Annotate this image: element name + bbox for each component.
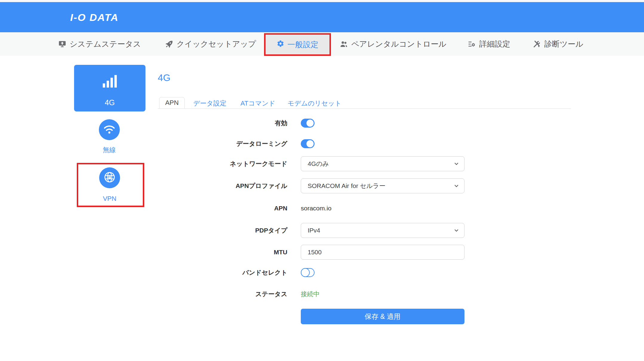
chevron-down-icon	[453, 183, 460, 190]
select-value: IPv4	[308, 227, 320, 234]
general-settings-gear-icon	[277, 40, 284, 50]
form-row-status: ステータス 接続中	[158, 290, 320, 298]
field-label: PDPタイプ	[158, 226, 287, 235]
nav-item-advanced-settings[interactable]: 詳細設定	[468, 32, 510, 56]
nav-item-label: システムステータス	[70, 39, 141, 49]
top-strip	[0, 0, 644, 2]
select-value: SORACOM Air for セルラー	[308, 182, 386, 190]
mtu-input[interactable]	[301, 245, 464, 260]
nav-item-label: 診断ツール	[544, 39, 583, 49]
sidebar-item-label: 4G	[74, 98, 145, 107]
sidebar-item-4g[interactable]: 4G	[74, 65, 145, 111]
nav-item-label: クイックセットアップ	[177, 39, 256, 49]
select-value: 4Gのみ	[308, 160, 329, 168]
pdp-type-select[interactable]: IPv4	[301, 223, 464, 238]
parental-control-users-icon	[340, 40, 348, 48]
field-label: データローミング	[158, 140, 287, 148]
form-row-apn: APN soracom.io	[158, 204, 332, 212]
toggle-knob	[306, 120, 314, 127]
advanced-settings-sliders-icon	[468, 40, 476, 48]
sidebar-item-vpn[interactable]	[99, 167, 120, 188]
toggle-knob	[301, 268, 310, 277]
apn-profile-select[interactable]: SORACOM Air for セルラー	[301, 178, 464, 193]
nav-item-label: 詳細設定	[479, 39, 510, 49]
wifi-icon	[103, 124, 115, 135]
save-apply-button[interactable]: 保存 & 適用	[301, 309, 464, 324]
quick-setup-rocket-icon	[165, 40, 173, 48]
chevron-down-icon	[453, 160, 460, 168]
tab-at-command[interactable]: ATコマンド	[240, 99, 275, 108]
nav-item-general-settings[interactable]: 一般設定	[266, 35, 329, 54]
globe-lock-icon	[104, 172, 115, 184]
nav-item-label: ペアレンタルコントロール	[351, 39, 447, 49]
toggle-knob	[306, 140, 314, 147]
chevron-down-icon	[453, 227, 460, 235]
status-value: 接続中	[301, 290, 320, 298]
nav-item-diagnostic-tools[interactable]: 診断ツール	[533, 32, 583, 56]
form-row-band-select: バンドセレクト	[158, 268, 315, 277]
form-row-mtu: MTU	[158, 245, 464, 260]
tab-data-settings[interactable]: データ設定	[193, 99, 226, 108]
tab-bar: APN データ設定 ATコマンド モデムのリセット	[158, 97, 571, 109]
tab-apn[interactable]: APN	[159, 97, 185, 108]
page-title: 4G	[158, 72, 171, 83]
network-mode-select[interactable]: 4Gのみ	[301, 156, 464, 171]
form-row-enabled: 有効	[158, 119, 315, 128]
nav-item-parental-control[interactable]: ペアレンタルコントロール	[340, 32, 447, 56]
diagnostic-tools-icon	[533, 40, 541, 48]
nav-bar: システムステータス クイックセットアップ 一般設定 ペアレンタルコントロール	[0, 32, 644, 56]
form-row-pdp-type: PDPタイプ IPv4	[158, 223, 464, 238]
data-roaming-toggle[interactable]	[301, 139, 315, 148]
field-label: APNプロファイル	[158, 182, 287, 190]
sidebar-item-wireless-label[interactable]: 無線	[99, 146, 120, 155]
header: I-O DATA	[0, 2, 644, 32]
field-label: ネットワークモード	[158, 160, 287, 168]
apn-value: soracom.io	[301, 205, 332, 212]
nav-item-label: 一般設定	[287, 39, 318, 50]
form-row-apn-profile: APNプロファイル SORACOM Air for セルラー	[158, 178, 464, 193]
brand-logo: I-O DATA	[70, 12, 119, 23]
form-row-network-mode: ネットワークモード 4Gのみ	[158, 156, 464, 171]
enabled-toggle[interactable]	[301, 119, 315, 128]
system-status-monitor-icon	[58, 40, 66, 48]
nav-item-system-status[interactable]: システムステータス	[58, 32, 141, 56]
page-root: I-O DATA システムステータス クイックセットアップ 一般設定	[0, 0, 644, 361]
field-label: バンドセレクト	[158, 268, 287, 277]
tab-modem-reset[interactable]: モデムのリセット	[288, 99, 341, 108]
field-label: APN	[158, 205, 287, 212]
signal-bars-icon	[103, 75, 117, 89]
nav-item-quick-setup[interactable]: クイックセットアップ	[165, 32, 256, 56]
sidebar-item-vpn-label[interactable]: VPN	[99, 195, 120, 203]
band-select-toggle[interactable]	[301, 268, 315, 277]
form-row-data-roaming: データローミング	[158, 139, 315, 148]
sidebar-item-wireless[interactable]	[99, 119, 120, 140]
field-label: 有効	[158, 119, 287, 127]
field-label: ステータス	[158, 290, 287, 298]
field-label: MTU	[158, 249, 287, 256]
